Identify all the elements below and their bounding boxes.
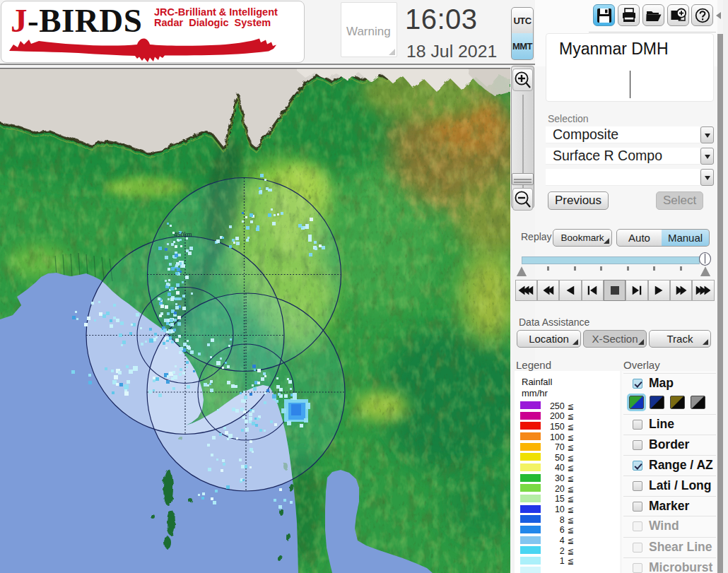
svg-text:450km: 450km xyxy=(174,231,192,238)
